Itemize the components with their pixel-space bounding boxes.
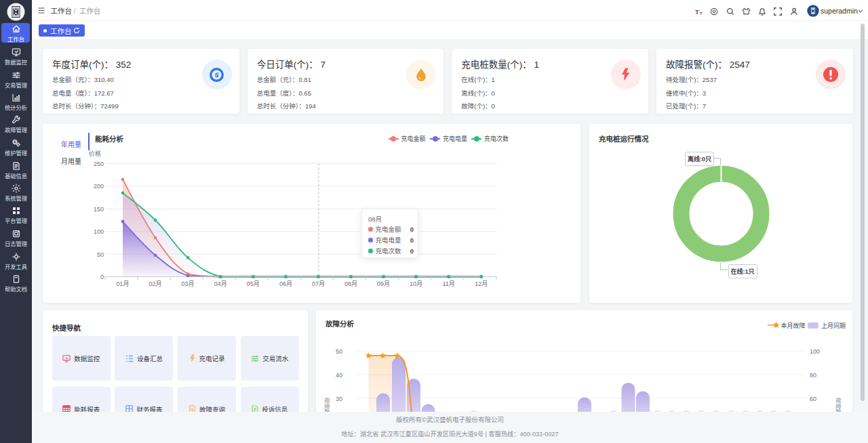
- svg-text:11月: 11月: [443, 280, 455, 287]
- svg-text:07月: 07月: [312, 280, 325, 287]
- svg-text:06月: 06月: [279, 280, 292, 287]
- svg-text:100: 100: [94, 228, 104, 235]
- svg-text:30: 30: [336, 396, 342, 402]
- svg-text:150: 150: [94, 206, 104, 213]
- svg-text:250: 250: [94, 161, 104, 167]
- svg-text:100: 100: [810, 348, 820, 355]
- svg-text:10月: 10月: [410, 280, 422, 287]
- svg-text:50: 50: [336, 348, 342, 355]
- svg-text:0: 0: [100, 274, 104, 280]
- svg-text:03月: 03月: [182, 280, 195, 287]
- svg-text:04月: 04月: [214, 280, 227, 287]
- svg-text:200: 200: [94, 183, 104, 190]
- svg-text:60: 60: [810, 396, 816, 402]
- svg-text:价格: 价格: [89, 150, 101, 157]
- svg-text:T: T: [700, 12, 703, 16]
- svg-text:T: T: [695, 8, 699, 16]
- svg-text:80: 80: [810, 372, 816, 379]
- svg-text:50: 50: [97, 251, 104, 258]
- svg-text:05月: 05月: [247, 280, 260, 287]
- svg-text:40: 40: [336, 372, 342, 379]
- svg-text:01月: 01月: [116, 280, 129, 287]
- svg-text:故障数（个）: 故障数（个）: [835, 397, 842, 412]
- svg-text:02月: 02月: [149, 280, 162, 287]
- svg-text:故障数（个）: 故障数（个）: [323, 397, 330, 412]
- svg-text:12月: 12月: [475, 280, 488, 287]
- svg-text:08月: 08月: [344, 280, 357, 287]
- svg-text:09月: 09月: [377, 280, 390, 287]
